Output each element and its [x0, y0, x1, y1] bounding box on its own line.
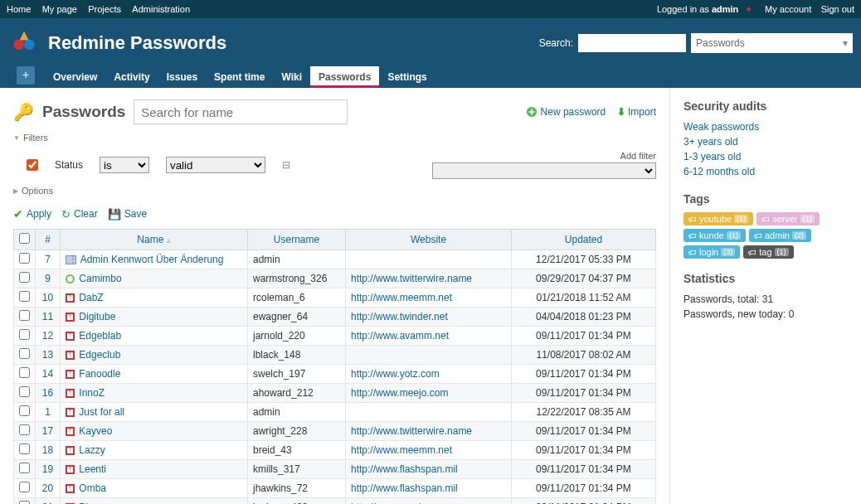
- tag-badge[interactable]: 🏷login (3): [683, 245, 740, 259]
- status-value-select[interactable]: valid: [166, 157, 265, 173]
- website-link[interactable]: http://www.twinder.net: [351, 311, 448, 322]
- row-name-link[interactable]: Camimbo: [79, 273, 121, 284]
- col-website[interactable]: Website: [411, 234, 446, 245]
- nav-my-account[interactable]: My account: [765, 4, 811, 14]
- tab-overview[interactable]: Overview: [45, 66, 105, 88]
- filters-toggle[interactable]: ▼Filters: [13, 133, 656, 143]
- website-link[interactable]: http://www.meemm.net: [351, 444, 452, 456]
- nav-home[interactable]: Home: [7, 4, 31, 14]
- row-checkbox[interactable]: [19, 253, 30, 264]
- row-name-link[interactable]: Lazzy: [79, 444, 105, 456]
- row-id-link[interactable]: 14: [42, 368, 53, 380]
- clear-link[interactable]: ↻Clear: [61, 208, 98, 220]
- row-id-link[interactable]: 20: [42, 482, 53, 494]
- nav-sign-out[interactable]: Sign out: [821, 4, 854, 14]
- row-id-link[interactable]: 12: [42, 330, 53, 342]
- col-id[interactable]: #: [45, 234, 51, 245]
- apply-link[interactable]: ✔Apply: [13, 207, 51, 220]
- select-all-checkbox[interactable]: [19, 233, 30, 244]
- audit-link[interactable]: 1-3 years old: [683, 149, 848, 164]
- row-checkbox[interactable]: [19, 329, 30, 340]
- nav-mypage[interactable]: My page: [42, 4, 77, 14]
- row-id-link[interactable]: 11: [42, 311, 53, 322]
- import-link[interactable]: ⬇ Import: [617, 106, 656, 118]
- audit-link[interactable]: 3+ years old: [683, 134, 848, 149]
- row-checkbox[interactable]: [19, 291, 30, 302]
- website-link[interactable]: http://www.twitterwire.name: [351, 425, 472, 437]
- row-checkbox[interactable]: [19, 386, 30, 397]
- row-checkbox[interactable]: [19, 501, 30, 504]
- row-checkbox[interactable]: [19, 310, 30, 321]
- tab-settings[interactable]: Settings: [379, 66, 435, 88]
- row-updated: 01/21/2018 11:52 AM: [512, 288, 656, 308]
- row-checkbox[interactable]: [19, 348, 30, 359]
- row-name-link[interactable]: Admin Kennwort Über Änderung: [80, 254, 224, 265]
- tab-issues[interactable]: Issues: [158, 66, 206, 88]
- row-id-link[interactable]: 9: [45, 273, 51, 284]
- website-link[interactable]: http://www.meemm.net: [351, 292, 452, 303]
- col-username[interactable]: Username: [274, 234, 319, 245]
- new-password-link[interactable]: New password: [526, 106, 608, 118]
- col-name[interactable]: Name: [137, 234, 163, 245]
- status-operator-select[interactable]: is: [100, 157, 149, 173]
- options-toggle[interactable]: ▶Options: [13, 186, 656, 196]
- tag-badge[interactable]: 🏷kunde (1): [683, 229, 746, 242]
- name-search-input[interactable]: [134, 99, 348, 124]
- row-id-link[interactable]: 18: [42, 444, 53, 456]
- tag-badge[interactable]: 🏷youtube (1): [683, 212, 753, 225]
- save-link[interactable]: 💾Save: [108, 208, 147, 220]
- tag-badge[interactable]: 🏷tag (1): [743, 245, 793, 259]
- priority-red-icon: [66, 408, 75, 417]
- tab-activity[interactable]: Activity: [105, 66, 158, 88]
- row-name-link[interactable]: Fanoodle: [79, 368, 120, 380]
- website-link[interactable]: http://www.meejo.com: [351, 387, 448, 399]
- website-link[interactable]: http://www.flashspan.mil: [351, 482, 458, 494]
- row-name-link[interactable]: DabZ: [79, 292, 103, 303]
- row-name-link[interactable]: Leenti: [79, 463, 106, 475]
- row-checkbox[interactable]: [19, 272, 30, 283]
- row-name-link[interactable]: Kayveo: [79, 425, 112, 437]
- website-link[interactable]: http://www.flashspan.mil: [351, 463, 458, 475]
- row-checkbox[interactable]: [19, 463, 30, 473]
- project-jump-select[interactable]: Passwords ▾: [691, 33, 853, 53]
- row-updated: 09/11/2017 01:34 PM: [512, 327, 656, 346]
- row-id-link[interactable]: 19: [42, 463, 53, 475]
- add-filter-select[interactable]: [432, 162, 656, 179]
- tag-icon: 🏷: [754, 231, 762, 240]
- nav-admin[interactable]: Administration: [132, 4, 190, 14]
- website-link[interactable]: http://www.yotz.com: [351, 368, 440, 380]
- website-link[interactable]: http://www.twitterwire.name: [351, 273, 472, 284]
- tab-wiki[interactable]: Wiki: [273, 66, 310, 88]
- audit-link[interactable]: Weak passwords: [683, 119, 848, 134]
- tag-badge[interactable]: 🏷admin (2): [749, 229, 811, 242]
- row-id-link[interactable]: 17: [42, 425, 53, 437]
- row-checkbox[interactable]: [19, 405, 30, 416]
- priority-red-icon: [66, 313, 75, 322]
- col-updated[interactable]: Updated: [565, 234, 602, 245]
- row-id-link[interactable]: 16: [42, 387, 53, 399]
- remove-filter-icon[interactable]: ⊟: [282, 159, 290, 171]
- tag-badge[interactable]: 🏷server (1): [756, 212, 820, 225]
- status-filter-checkbox[interactable]: [27, 159, 38, 171]
- row-name-link[interactable]: Just for all: [79, 406, 124, 418]
- row-checkbox[interactable]: [19, 443, 30, 454]
- new-item-button[interactable]: +: [17, 66, 35, 85]
- row-id-link[interactable]: 1: [45, 406, 51, 418]
- row-checkbox[interactable]: [19, 367, 30, 378]
- row-name-link[interactable]: Digitube: [79, 311, 115, 322]
- nav-projects[interactable]: Projects: [88, 4, 121, 14]
- global-search-input[interactable]: [578, 34, 686, 52]
- row-id-link[interactable]: 13: [42, 349, 53, 361]
- website-link[interactable]: http://www.avamm.net: [351, 330, 449, 342]
- audit-link[interactable]: 6-12 months old: [683, 164, 848, 179]
- row-name-link[interactable]: Edgeblab: [79, 330, 121, 342]
- row-name-link[interactable]: InnoZ: [79, 387, 105, 399]
- row-name-link[interactable]: Edgeclub: [79, 349, 120, 361]
- row-name-link[interactable]: Omba: [79, 482, 106, 494]
- tab-spent[interactable]: Spent time: [206, 66, 273, 88]
- tab-passwords[interactable]: Passwords: [310, 66, 379, 88]
- row-id-link[interactable]: 7: [45, 254, 51, 265]
- row-checkbox[interactable]: [19, 424, 30, 435]
- row-checkbox[interactable]: [19, 482, 30, 492]
- row-id-link[interactable]: 10: [42, 292, 53, 303]
